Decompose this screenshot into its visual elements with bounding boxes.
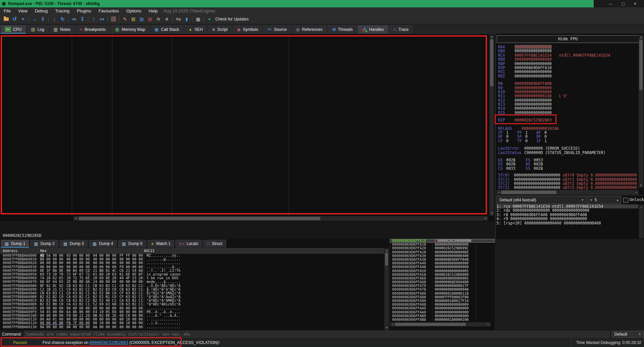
memory-device-icon[interactable]: ▮	[182, 15, 191, 23]
tab-script[interactable]: ≡Script	[208, 25, 232, 34]
segment-row[interactable]: GS002BFS0053	[498, 158, 637, 162]
close-icon[interactable]: ✕	[634, 0, 637, 7]
argument-row-4[interactable]: 4: r9 0000000000000000 0000000000000000	[496, 217, 638, 221]
register-row-rip[interactable]: RIP0000026C529D2863	[498, 118, 637, 122]
tab-breakpoints[interactable]: ●Breakpoints	[75, 25, 110, 34]
stack-row[interactable]: 000000869D6FFA500000000000000005	[390, 269, 495, 273]
dump-hex-group: CB 63 B2 C1	[117, 284, 144, 288]
segment-row[interactable]: ES002BDS002B	[498, 162, 637, 166]
tab-call-stack[interactable]: ▣Call Stack	[150, 25, 183, 34]
tab-references[interactable]: ◎References	[292, 25, 327, 34]
stack-row[interactable]: 000000869D6FFA200000026C529D699C	[390, 246, 495, 250]
spinner-up-icon[interactable]: ▲	[614, 198, 621, 202]
bookmark-icon[interactable]: ▨	[146, 15, 154, 23]
register-row-r15[interactable]: R150000000000000000	[498, 111, 637, 115]
flags-row[interactable]: CF0TF0IF1	[498, 139, 637, 143]
stack-row[interactable]: 000000869D6FFA480000000000000000	[390, 265, 495, 269]
hash-icon[interactable]: #	[163, 15, 171, 23]
registers-horizontal-scrollbar[interactable]: ◄ ►	[496, 190, 639, 195]
tab-locals[interactable]: [x=]Locals	[175, 240, 202, 248]
minimize-icon[interactable]: —	[609, 0, 612, 7]
dump-row[interactable]: 00007FFB8BA600D0B2 E2 B0 C0CA 63 B2 C152…	[0, 302, 384, 306]
command-profile-dropdown[interactable]: Default▼	[612, 331, 644, 338]
dump-row[interactable]: 00007FFB8BA600808F 02 DC 92CB 63 B2 C1CB…	[0, 284, 384, 288]
tab-seh[interactable]: ▲SEH	[184, 25, 207, 34]
execute-till-return-icon[interactable]: ↧	[78, 15, 87, 23]
tab-symbols[interactable]: ◉Symbols	[232, 25, 263, 34]
disassembly-panel[interactable]: ▲ ▼ ◄ ►	[0, 34, 495, 221]
step-over-icon[interactable]: ↻	[58, 15, 67, 23]
stack-row[interactable]: 000000869D6FFA780000000000000048	[390, 288, 495, 291]
dump-row[interactable]: 00007FFB8BA601300A 00 00 000A 00 00 000A…	[0, 325, 384, 329]
disasm-vertical-scrollbar[interactable]: ▲ ▼	[489, 35, 494, 216]
patch-icon: ✎	[123, 17, 127, 21]
hide-fpu-button[interactable]: Hide FPU	[497, 35, 639, 43]
register-row-laststatus[interactable]: LastStatusC000000D (STATUS_INVALID_PARAM…	[498, 151, 637, 155]
function-icon[interactable]: fx	[154, 15, 163, 23]
calculator-icon[interactable]: ▦	[194, 15, 202, 23]
stack-row[interactable]: 000000869D6FFAB80000000180000100	[390, 318, 495, 321]
tab-dump-3[interactable]: ▦Dump 3	[59, 240, 88, 248]
tab-notes[interactable]: ▥Notes	[49, 25, 75, 34]
stack-row[interactable]: 000000869D6FFAA00000000000000000	[390, 306, 495, 310]
menu-item-plugins[interactable]: Plugins	[73, 8, 95, 13]
registers-vertical-scrollbar[interactable]: ▲ ▼	[639, 35, 643, 188]
patch-icon[interactable]: ✎	[121, 15, 129, 23]
open-file-icon[interactable]	[2, 15, 10, 23]
comment-icon[interactable]: ▤	[129, 15, 138, 23]
tab-dump-1[interactable]: ▦Dump 1	[1, 240, 29, 248]
update-globe-icon[interactable]: ●	[205, 15, 214, 23]
menu-item-options[interactable]: Options	[122, 8, 145, 13]
calling-convention-dropdown[interactable]: Default (x64 fastcall)▼	[496, 196, 587, 204]
tab-trace[interactable]: ∴Trace	[389, 25, 413, 34]
check-for-updates-label[interactable]: Check for Updates	[215, 17, 249, 21]
exception-address-link[interactable]: 0000026C529D2863	[90, 340, 128, 345]
flags-row[interactable]: OF0SF0DF0	[498, 135, 637, 139]
restart-icon[interactable]: ↺	[10, 15, 19, 23]
dump-row[interactable]: 00007FFB8BA6002000 00 00 0000 00 00 0000…	[0, 261, 384, 265]
stop-icon[interactable]: ■	[19, 15, 27, 23]
tab-struct[interactable]: ∷Struct	[203, 240, 226, 248]
seh-chain-icon[interactable]: S	[109, 15, 118, 23]
tab-watch-1[interactable]: ●Watch 1	[147, 240, 175, 248]
pause-icon[interactable]: ‖	[39, 15, 47, 23]
menu-item-tracing[interactable]: Tracing	[51, 8, 73, 13]
tab-threads[interactable]: ⇉Threads	[328, 25, 357, 34]
disasm-horizontal-scrollbar[interactable]: ◄ ►	[73, 216, 488, 221]
argument-row-5[interactable]: 5: [rsp+20] 0000000000000400 00000000000…	[496, 221, 638, 225]
tab-source[interactable]: <>Source	[263, 25, 291, 34]
fpu-row-st3[interactable]: ST(3)00000000000000000000 x87r3 Empty 0.…	[498, 186, 637, 190]
command-input[interactable]	[24, 331, 610, 338]
run-icon[interactable]: →	[30, 15, 39, 23]
run-to-user-code-icon[interactable]: ↦	[98, 15, 106, 23]
animate-into-icon[interactable]: ⇒	[70, 15, 78, 23]
menu-item-help[interactable]: Help	[145, 8, 161, 13]
spinner-down-icon[interactable]: ▼	[588, 198, 594, 202]
label-icon[interactable]: ▨	[138, 15, 146, 23]
menu-item-file[interactable]: File	[0, 8, 14, 13]
tab-dump-4[interactable]: ▦Dump 4	[89, 240, 117, 248]
step-out-icon[interactable]: ↑	[90, 15, 98, 23]
unlocked-checkbox[interactable]	[623, 198, 628, 203]
tab-cpu[interactable]: 64CPU	[1, 25, 26, 34]
register-row-rdi[interactable]: RDI0000000000000000	[498, 74, 637, 78]
menu-item-view[interactable]: View	[14, 8, 31, 13]
menu-item-debug[interactable]: Debug	[31, 8, 51, 13]
tab-log[interactable]: ▤Log	[26, 25, 48, 34]
dump-row[interactable]: 00007FFB8BA6012000 00 A6 8BFB 7F 00 0000…	[0, 321, 384, 325]
tab-dump-5[interactable]: ▦Dump 5	[118, 240, 146, 248]
segment-row[interactable]: CS0033SS002B	[498, 166, 637, 170]
dump-row[interactable]: 00007FFB8BA600706D 6F 64 652E 0D 0D 0A24…	[0, 280, 384, 284]
assemble-icon[interactable]: Aa	[174, 15, 182, 23]
tab-handles[interactable]: Handles	[358, 25, 388, 34]
tab-memory-map[interactable]: ▦Memory Map	[111, 25, 149, 34]
dump-vertical-scrollbar[interactable]: ▲ ▼	[384, 248, 389, 330]
maximize-icon[interactable]: ▢	[621, 0, 625, 7]
argument-row-2[interactable]: 2: rdx 0000000000000000 0000000000000000	[496, 208, 638, 212]
stack-horizontal-scrollbar[interactable]: ◄ ►	[390, 322, 491, 327]
tab-dump-2[interactable]: ▦Dump 2	[30, 240, 58, 248]
argument-count-spinner[interactable]: ▼ 5 ▲	[588, 196, 621, 204]
arguments-vertical-scrollbar[interactable]: ▲	[639, 205, 644, 238]
step-into-icon[interactable]: ↓	[50, 15, 58, 23]
menu-item-favourites[interactable]: Favourites	[95, 8, 123, 13]
